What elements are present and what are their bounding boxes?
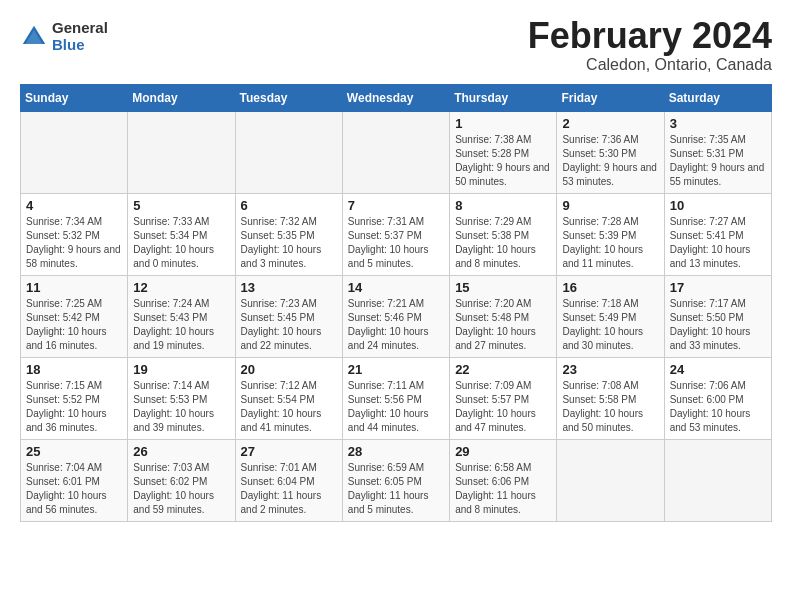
calendar-cell bbox=[342, 111, 449, 193]
day-number: 14 bbox=[348, 280, 444, 295]
day-info: Sunrise: 7:21 AM Sunset: 5:46 PM Dayligh… bbox=[348, 297, 444, 353]
day-info: Sunrise: 7:23 AM Sunset: 5:45 PM Dayligh… bbox=[241, 297, 337, 353]
calendar-cell: 18Sunrise: 7:15 AM Sunset: 5:52 PM Dayli… bbox=[21, 357, 128, 439]
header-cell-friday: Friday bbox=[557, 84, 664, 111]
day-number: 1 bbox=[455, 116, 551, 131]
calendar-cell: 1Sunrise: 7:38 AM Sunset: 5:28 PM Daylig… bbox=[450, 111, 557, 193]
header-cell-wednesday: Wednesday bbox=[342, 84, 449, 111]
day-number: 3 bbox=[670, 116, 766, 131]
day-info: Sunrise: 7:32 AM Sunset: 5:35 PM Dayligh… bbox=[241, 215, 337, 271]
header-cell-thursday: Thursday bbox=[450, 84, 557, 111]
title-block: February 2024 Caledon, Ontario, Canada bbox=[528, 16, 772, 74]
calendar-cell: 13Sunrise: 7:23 AM Sunset: 5:45 PM Dayli… bbox=[235, 275, 342, 357]
header-cell-tuesday: Tuesday bbox=[235, 84, 342, 111]
day-number: 12 bbox=[133, 280, 229, 295]
day-info: Sunrise: 7:33 AM Sunset: 5:34 PM Dayligh… bbox=[133, 215, 229, 271]
calendar-cell: 19Sunrise: 7:14 AM Sunset: 5:53 PM Dayli… bbox=[128, 357, 235, 439]
day-number: 15 bbox=[455, 280, 551, 295]
day-info: Sunrise: 7:15 AM Sunset: 5:52 PM Dayligh… bbox=[26, 379, 122, 435]
day-info: Sunrise: 7:31 AM Sunset: 5:37 PM Dayligh… bbox=[348, 215, 444, 271]
logo-general: General bbox=[52, 20, 108, 37]
calendar-cell: 3Sunrise: 7:35 AM Sunset: 5:31 PM Daylig… bbox=[664, 111, 771, 193]
day-number: 13 bbox=[241, 280, 337, 295]
day-info: Sunrise: 7:27 AM Sunset: 5:41 PM Dayligh… bbox=[670, 215, 766, 271]
day-number: 24 bbox=[670, 362, 766, 377]
week-row-1: 4Sunrise: 7:34 AM Sunset: 5:32 PM Daylig… bbox=[21, 193, 772, 275]
day-number: 21 bbox=[348, 362, 444, 377]
week-row-4: 25Sunrise: 7:04 AM Sunset: 6:01 PM Dayli… bbox=[21, 439, 772, 521]
logo-text: General Blue bbox=[52, 20, 108, 53]
calendar-cell: 22Sunrise: 7:09 AM Sunset: 5:57 PM Dayli… bbox=[450, 357, 557, 439]
calendar-cell bbox=[664, 439, 771, 521]
day-number: 7 bbox=[348, 198, 444, 213]
day-number: 18 bbox=[26, 362, 122, 377]
day-number: 5 bbox=[133, 198, 229, 213]
day-number: 17 bbox=[670, 280, 766, 295]
day-info: Sunrise: 7:20 AM Sunset: 5:48 PM Dayligh… bbox=[455, 297, 551, 353]
calendar-cell: 14Sunrise: 7:21 AM Sunset: 5:46 PM Dayli… bbox=[342, 275, 449, 357]
day-info: Sunrise: 7:28 AM Sunset: 5:39 PM Dayligh… bbox=[562, 215, 658, 271]
day-info: Sunrise: 7:04 AM Sunset: 6:01 PM Dayligh… bbox=[26, 461, 122, 517]
logo-icon bbox=[20, 23, 48, 51]
week-row-3: 18Sunrise: 7:15 AM Sunset: 5:52 PM Dayli… bbox=[21, 357, 772, 439]
day-number: 29 bbox=[455, 444, 551, 459]
day-info: Sunrise: 7:35 AM Sunset: 5:31 PM Dayligh… bbox=[670, 133, 766, 189]
calendar-cell bbox=[128, 111, 235, 193]
calendar-cell: 20Sunrise: 7:12 AM Sunset: 5:54 PM Dayli… bbox=[235, 357, 342, 439]
day-info: Sunrise: 7:11 AM Sunset: 5:56 PM Dayligh… bbox=[348, 379, 444, 435]
calendar-cell: 9Sunrise: 7:28 AM Sunset: 5:39 PM Daylig… bbox=[557, 193, 664, 275]
calendar-cell: 26Sunrise: 7:03 AM Sunset: 6:02 PM Dayli… bbox=[128, 439, 235, 521]
calendar-cell: 4Sunrise: 7:34 AM Sunset: 5:32 PM Daylig… bbox=[21, 193, 128, 275]
day-number: 26 bbox=[133, 444, 229, 459]
calendar-cell: 6Sunrise: 7:32 AM Sunset: 5:35 PM Daylig… bbox=[235, 193, 342, 275]
calendar-header: SundayMondayTuesdayWednesdayThursdayFrid… bbox=[21, 84, 772, 111]
calendar-cell bbox=[235, 111, 342, 193]
calendar-cell: 28Sunrise: 6:59 AM Sunset: 6:05 PM Dayli… bbox=[342, 439, 449, 521]
day-info: Sunrise: 7:17 AM Sunset: 5:50 PM Dayligh… bbox=[670, 297, 766, 353]
day-number: 6 bbox=[241, 198, 337, 213]
day-number: 2 bbox=[562, 116, 658, 131]
day-number: 20 bbox=[241, 362, 337, 377]
calendar-title: February 2024 bbox=[528, 16, 772, 56]
week-row-2: 11Sunrise: 7:25 AM Sunset: 5:42 PM Dayli… bbox=[21, 275, 772, 357]
week-row-0: 1Sunrise: 7:38 AM Sunset: 5:28 PM Daylig… bbox=[21, 111, 772, 193]
day-number: 8 bbox=[455, 198, 551, 213]
calendar-cell: 24Sunrise: 7:06 AM Sunset: 6:00 PM Dayli… bbox=[664, 357, 771, 439]
calendar-body: 1Sunrise: 7:38 AM Sunset: 5:28 PM Daylig… bbox=[21, 111, 772, 521]
day-info: Sunrise: 7:34 AM Sunset: 5:32 PM Dayligh… bbox=[26, 215, 122, 271]
calendar-cell: 29Sunrise: 6:58 AM Sunset: 6:06 PM Dayli… bbox=[450, 439, 557, 521]
calendar-table: SundayMondayTuesdayWednesdayThursdayFrid… bbox=[20, 84, 772, 522]
header-row: SundayMondayTuesdayWednesdayThursdayFrid… bbox=[21, 84, 772, 111]
day-info: Sunrise: 7:14 AM Sunset: 5:53 PM Dayligh… bbox=[133, 379, 229, 435]
calendar-cell: 7Sunrise: 7:31 AM Sunset: 5:37 PM Daylig… bbox=[342, 193, 449, 275]
day-info: Sunrise: 7:12 AM Sunset: 5:54 PM Dayligh… bbox=[241, 379, 337, 435]
day-number: 16 bbox=[562, 280, 658, 295]
calendar-cell: 15Sunrise: 7:20 AM Sunset: 5:48 PM Dayli… bbox=[450, 275, 557, 357]
calendar-subtitle: Caledon, Ontario, Canada bbox=[528, 56, 772, 74]
header-cell-sunday: Sunday bbox=[21, 84, 128, 111]
day-info: Sunrise: 6:58 AM Sunset: 6:06 PM Dayligh… bbox=[455, 461, 551, 517]
day-info: Sunrise: 7:36 AM Sunset: 5:30 PM Dayligh… bbox=[562, 133, 658, 189]
calendar-cell: 16Sunrise: 7:18 AM Sunset: 5:49 PM Dayli… bbox=[557, 275, 664, 357]
calendar-cell: 21Sunrise: 7:11 AM Sunset: 5:56 PM Dayli… bbox=[342, 357, 449, 439]
calendar-cell: 11Sunrise: 7:25 AM Sunset: 5:42 PM Dayli… bbox=[21, 275, 128, 357]
page-header: General Blue February 2024 Caledon, Onta… bbox=[20, 16, 772, 74]
day-info: Sunrise: 7:09 AM Sunset: 5:57 PM Dayligh… bbox=[455, 379, 551, 435]
day-info: Sunrise: 7:06 AM Sunset: 6:00 PM Dayligh… bbox=[670, 379, 766, 435]
day-number: 10 bbox=[670, 198, 766, 213]
day-info: Sunrise: 7:38 AM Sunset: 5:28 PM Dayligh… bbox=[455, 133, 551, 189]
calendar-cell: 12Sunrise: 7:24 AM Sunset: 5:43 PM Dayli… bbox=[128, 275, 235, 357]
day-number: 9 bbox=[562, 198, 658, 213]
calendar-cell: 17Sunrise: 7:17 AM Sunset: 5:50 PM Dayli… bbox=[664, 275, 771, 357]
day-number: 28 bbox=[348, 444, 444, 459]
day-info: Sunrise: 7:03 AM Sunset: 6:02 PM Dayligh… bbox=[133, 461, 229, 517]
day-info: Sunrise: 7:08 AM Sunset: 5:58 PM Dayligh… bbox=[562, 379, 658, 435]
day-info: Sunrise: 7:01 AM Sunset: 6:04 PM Dayligh… bbox=[241, 461, 337, 517]
calendar-cell: 8Sunrise: 7:29 AM Sunset: 5:38 PM Daylig… bbox=[450, 193, 557, 275]
day-info: Sunrise: 6:59 AM Sunset: 6:05 PM Dayligh… bbox=[348, 461, 444, 517]
calendar-cell bbox=[21, 111, 128, 193]
logo-blue: Blue bbox=[52, 37, 108, 54]
calendar-cell: 27Sunrise: 7:01 AM Sunset: 6:04 PM Dayli… bbox=[235, 439, 342, 521]
calendar-cell: 10Sunrise: 7:27 AM Sunset: 5:41 PM Dayli… bbox=[664, 193, 771, 275]
day-info: Sunrise: 7:25 AM Sunset: 5:42 PM Dayligh… bbox=[26, 297, 122, 353]
